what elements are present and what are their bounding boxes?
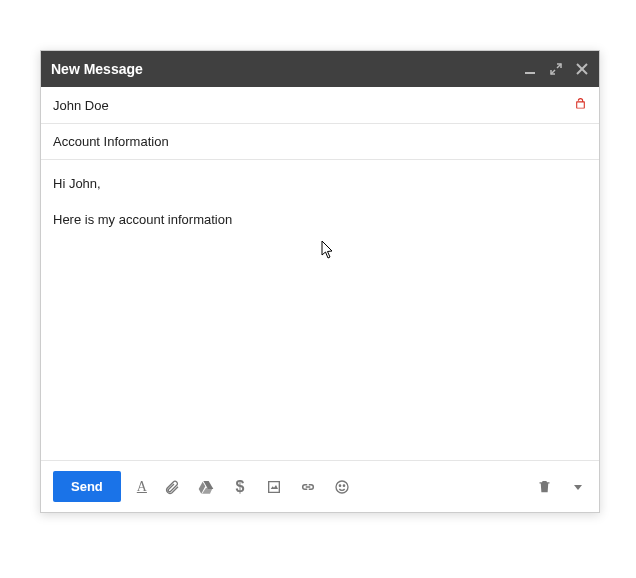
svg-point-5 bbox=[343, 485, 344, 486]
formatting-options-icon[interactable]: A bbox=[137, 479, 147, 495]
expand-icon[interactable] bbox=[549, 62, 563, 76]
dollar-icon[interactable]: $ bbox=[231, 478, 249, 496]
close-icon[interactable] bbox=[575, 62, 589, 76]
body-line-2: Here is my account information bbox=[53, 210, 587, 230]
insert-link-icon[interactable] bbox=[299, 478, 317, 496]
body-line-1: Hi John, bbox=[53, 174, 587, 194]
titlebar-actions bbox=[523, 62, 589, 76]
compose-window: New Message John Doe bbox=[40, 50, 600, 513]
emoji-icon[interactable] bbox=[333, 478, 351, 496]
drive-icon[interactable] bbox=[197, 478, 215, 496]
compose-titlebar: New Message bbox=[41, 51, 599, 87]
to-value: John Doe bbox=[53, 98, 109, 113]
attach-file-icon[interactable] bbox=[163, 478, 181, 496]
insert-photo-icon[interactable] bbox=[265, 478, 283, 496]
trash-icon[interactable] bbox=[535, 478, 553, 496]
subject-field-row[interactable]: Account Information bbox=[41, 124, 599, 160]
svg-point-4 bbox=[339, 485, 340, 486]
more-options-icon[interactable] bbox=[569, 478, 587, 496]
svg-rect-0 bbox=[525, 72, 535, 74]
compose-toolbar: Send A $ bbox=[41, 460, 599, 512]
mouse-cursor-icon bbox=[321, 240, 337, 266]
to-field-row[interactable]: John Doe bbox=[41, 87, 599, 124]
minimize-icon[interactable] bbox=[523, 62, 537, 76]
svg-point-3 bbox=[336, 481, 348, 493]
message-body[interactable]: Hi John, Here is my account information bbox=[41, 160, 599, 460]
compose-title: New Message bbox=[51, 61, 523, 77]
lock-open-icon[interactable] bbox=[574, 97, 587, 113]
subject-value: Account Information bbox=[53, 134, 169, 149]
send-button[interactable]: Send bbox=[53, 471, 121, 502]
